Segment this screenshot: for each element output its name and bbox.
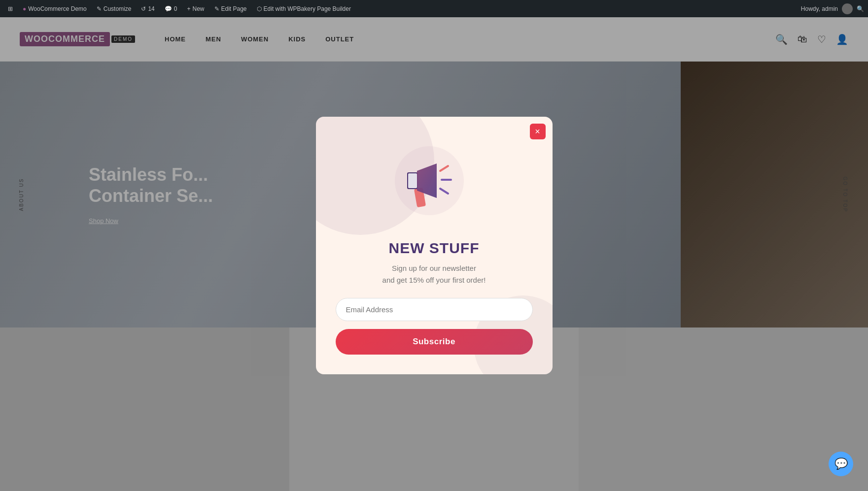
customize-icon: ✎ bbox=[97, 5, 102, 12]
wp-logo-item[interactable]: ⊞ bbox=[4, 0, 17, 17]
edit-icon: ✎ bbox=[214, 5, 219, 12]
new-label: New bbox=[192, 5, 204, 12]
comments-icon: 💬 bbox=[165, 5, 172, 12]
howdy-label: Howdy, admin bbox=[801, 5, 838, 12]
svg-rect-4 bbox=[408, 173, 417, 188]
wpbakery-icon: ⬡ bbox=[257, 5, 262, 12]
modal-overlay[interactable]: × bbox=[0, 0, 868, 491]
search-admin-icon[interactable]: 🔍 bbox=[857, 5, 864, 12]
comments-item[interactable]: 💬 0 bbox=[161, 0, 181, 17]
edit-page-label: Edit Page bbox=[221, 5, 247, 12]
site-icon: ● bbox=[23, 5, 26, 12]
comments-count: 0 bbox=[174, 5, 177, 12]
megaphone-icon bbox=[390, 141, 479, 230]
chat-button[interactable]: 💬 bbox=[829, 452, 853, 476]
email-input[interactable] bbox=[336, 298, 533, 321]
admin-bar: ⊞ ● WooCommerce Demo ✎ Customize ↺ 14 💬 … bbox=[0, 0, 868, 17]
modal-title: NEW STUFF bbox=[389, 240, 480, 257]
admin-bar-right: Howdy, admin 🔍 bbox=[801, 3, 864, 14]
chat-icon: 💬 bbox=[834, 458, 848, 470]
site-name-label: WooCommerce Demo bbox=[28, 5, 86, 12]
newsletter-modal: × bbox=[316, 117, 553, 374]
revisions-icon: ↺ bbox=[141, 5, 146, 12]
wpbakery-label: Edit with WPBakery Page Builder bbox=[264, 5, 351, 12]
customize-item[interactable]: ✎ Customize bbox=[93, 0, 136, 17]
edit-page-item[interactable]: ✎ Edit Page bbox=[210, 0, 251, 17]
wp-icon: ⊞ bbox=[8, 5, 13, 12]
revisions-item[interactable]: ↺ 14 bbox=[137, 0, 158, 17]
new-item[interactable]: + New bbox=[183, 0, 208, 17]
admin-avatar[interactable] bbox=[842, 3, 853, 14]
customize-label: Customize bbox=[104, 5, 132, 12]
site-name-item[interactable]: ● WooCommerce Demo bbox=[19, 0, 91, 17]
modal-subtitle: Sign up for our newsletter and get 15% o… bbox=[382, 262, 486, 286]
subscribe-button[interactable]: Subscribe bbox=[336, 329, 533, 355]
revisions-count: 14 bbox=[148, 5, 154, 12]
wpbakery-item[interactable]: ⬡ Edit with WPBakery Page Builder bbox=[253, 0, 355, 17]
modal-close-button[interactable]: × bbox=[530, 124, 546, 139]
new-icon: + bbox=[187, 5, 190, 12]
